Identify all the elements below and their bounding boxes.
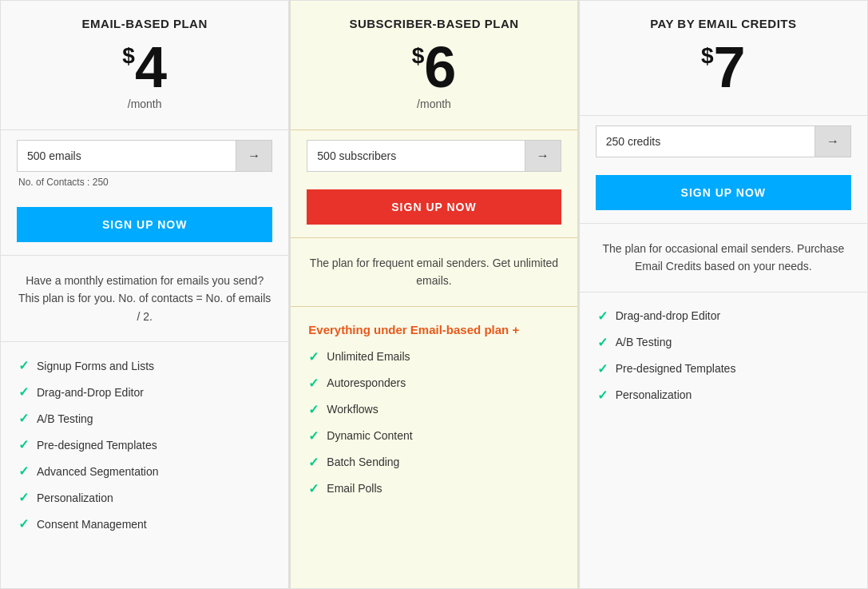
feature-label: Dynamic Content [327,429,412,442]
pay-by-credits-plan-column: Pay by Email Credits $ 7 → SIGN UP NOW T… [579,0,868,589]
email-based-price-row: $ 4 [17,38,272,96]
email-based-signup-section: SIGN UP NOW [1,201,288,255]
email-based-input-row: → [17,140,272,172]
check-icon: ✓ [18,358,29,373]
feature-label: Drag-and-drop Editor [616,309,721,322]
list-item: ✓ Batch Sending [308,455,559,470]
pay-by-credits-signup-section: SIGN UP NOW [580,169,867,223]
pay-by-credits-price-amount: 7 [714,38,746,96]
email-based-plan-column: Email-Based Plan $ 4 /month → No. of Con… [0,0,289,589]
feature-label: Consent Management [37,518,147,531]
feature-label: Batch Sending [327,456,399,468]
subscriber-based-arrow-button[interactable]: → [525,141,561,171]
check-icon: ✓ [597,361,608,376]
list-item: ✓ Workflows [308,402,559,417]
pay-by-credits-dollar: $ [701,43,714,69]
check-icon: ✓ [308,428,319,444]
pay-by-credits-description: The plan for occasional email senders. P… [580,223,867,293]
feature-label: Personalization [616,388,692,401]
check-icon: ✓ [18,411,29,426]
subscriber-based-input[interactable] [307,141,524,170]
email-based-plan-name: Email-Based Plan [17,17,272,30]
subscriber-based-features: Everything under Email-based plan + ✓ Un… [291,307,577,588]
list-item: ✓ Dynamic Content [308,428,559,444]
feature-label: Email Polls [327,482,382,495]
feature-label: Autoresponders [327,376,406,389]
email-based-contacts-info: No. of Contacts : 250 [17,177,272,188]
list-item: ✓ Signup Forms and Lists [18,358,271,373]
pay-by-credits-price-row: $ 7 [596,38,851,96]
email-based-input[interactable] [18,141,236,170]
list-item: ✓ Consent Management [18,516,271,531]
feature-label: Personalization [37,491,113,504]
email-based-price-amount: 4 [135,38,167,96]
pay-by-credits-input-section: → [580,116,867,169]
subscriber-based-header: Subscriber-Based Plan $ 6 /month [291,1,577,130]
pay-by-credits-input-row: → [596,125,851,157]
list-item: ✓ Drag-and-drop Editor [597,308,850,324]
email-based-features: ✓ Signup Forms and Lists ✓ Drag-and-Drop… [1,342,288,588]
check-icon: ✓ [18,516,29,531]
feature-label: Unlimited Emails [327,350,410,363]
email-based-dollar: $ [122,43,135,69]
check-icon: ✓ [597,308,608,324]
pay-by-credits-features: ✓ Drag-and-drop Editor ✓ A/B Testing ✓ P… [580,293,867,588]
feature-label: Pre-designed Templates [616,362,736,375]
list-item: ✓ Pre-designed Templates [18,437,271,452]
pay-by-credits-signup-button[interactable]: SIGN UP NOW [596,175,851,210]
list-item: ✓ Drag-and-Drop Editor [18,384,271,400]
list-item: ✓ Unlimited Emails [308,349,559,364]
check-icon: ✓ [597,335,608,350]
list-item: ✓ Personalization [597,388,850,403]
list-item: ✓ Autoresponders [308,376,559,391]
email-based-price-period: /month [17,98,272,110]
check-icon: ✓ [308,349,319,364]
email-based-input-section: → No. of Contacts : 250 [1,130,288,201]
email-based-header: Email-Based Plan $ 4 /month [1,1,288,130]
pay-by-credits-plan-name: Pay by Email Credits [596,17,851,30]
check-icon: ✓ [18,384,29,400]
subscriber-based-signup-section: SIGN UP NOW [291,183,577,237]
subscriber-based-price-amount: 6 [424,38,456,96]
list-item: ✓ Personalization [18,490,271,505]
list-item: ✓ Pre-designed Templates [597,361,850,376]
feature-label: A/B Testing [616,336,672,348]
list-item: ✓ Email Polls [308,481,559,496]
pay-by-credits-header: Pay by Email Credits $ 7 [580,1,867,116]
check-icon: ✓ [308,455,319,470]
feature-label: Signup Forms and Lists [37,360,154,372]
check-icon: ✓ [308,481,319,496]
feature-label: Advanced Segmentation [37,465,159,478]
feature-label: Drag-and-Drop Editor [37,386,144,399]
subscriber-based-input-row: → [307,140,561,172]
feature-label: Pre-designed Templates [37,439,157,452]
subscriber-based-price-period: /month [307,98,561,110]
subscriber-based-plan-name: Subscriber-Based Plan [307,17,561,30]
subscriber-based-signup-button[interactable]: SIGN UP NOW [307,189,561,225]
list-item: ✓ A/B Testing [597,335,850,350]
pricing-grid: Email-Based Plan $ 4 /month → No. of Con… [0,0,868,589]
check-icon: ✓ [597,388,608,403]
check-icon: ✓ [18,464,29,479]
list-item: ✓ A/B Testing [18,411,271,426]
check-icon: ✓ [308,402,319,417]
check-icon: ✓ [18,490,29,505]
list-item: ✓ Advanced Segmentation [18,464,271,479]
feature-label: Workflows [327,403,378,416]
email-based-arrow-button[interactable]: → [236,141,271,171]
pay-by-credits-arrow-button[interactable]: → [814,126,850,157]
pay-by-credits-input[interactable] [597,127,814,156]
feature-label: A/B Testing [37,412,93,425]
subscriber-based-dollar: $ [412,43,425,69]
email-based-description: Have a monthly estimation for emails you… [1,255,288,342]
check-icon: ✓ [18,437,29,452]
subscriber-based-plan-column: Subscriber-Based Plan $ 6 /month → SIGN … [289,0,578,589]
subscriber-features-header: Everything under Email-based plan + [308,323,559,336]
subscriber-based-price-row: $ 6 [307,38,561,96]
subscriber-based-input-section: → [291,130,577,183]
subscriber-based-description: The plan for frequent email senders. Get… [291,237,577,307]
email-based-signup-button[interactable]: SIGN UP NOW [17,207,272,242]
check-icon: ✓ [308,376,319,391]
